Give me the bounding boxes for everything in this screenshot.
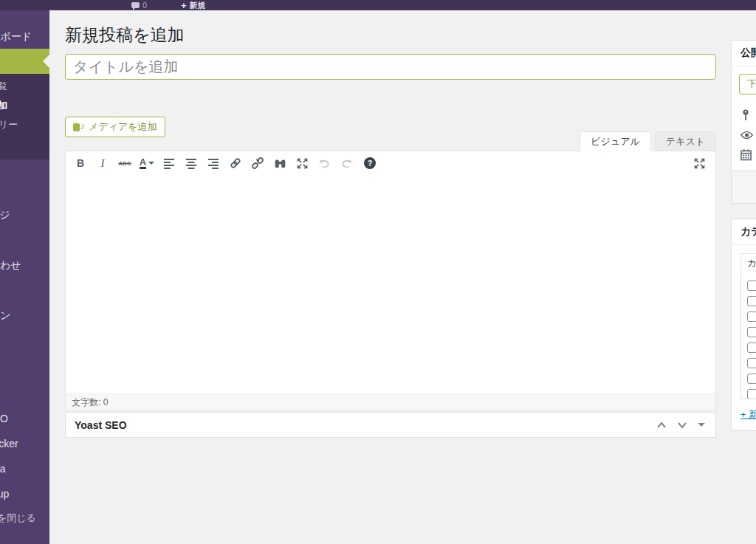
sidebar-item-backwpup[interactable]: BackWPup bbox=[0, 481, 49, 506]
move-up-icon[interactable] bbox=[656, 419, 667, 432]
post-schedule-row: すぐに公開する bbox=[740, 145, 756, 165]
fullscreen-button[interactable] bbox=[689, 154, 709, 173]
sidebar-item-plugins[interactable]: プラグイン bbox=[0, 303, 49, 328]
align-center-button[interactable] bbox=[181, 154, 202, 173]
add-category-link[interactable]: + 新規カテゴリーを追加 bbox=[740, 408, 756, 421]
category-checklist bbox=[740, 272, 756, 399]
sidebar-item-contact[interactable]: お問い合わせ bbox=[0, 252, 49, 278]
admin-sidebar: ダッシュボード 投稿 投稿一覧 新規追加 カテゴリー タグ メディア 固定ページ… bbox=[0, 10, 49, 544]
collapse-menu-button[interactable]: メニューを閉じる bbox=[0, 506, 49, 531]
publish-header[interactable]: 公開 bbox=[732, 41, 756, 66]
main-content: 新規投稿を追加 ♪ メディアを追加 ビジュアル テキスト B I ABC A bbox=[49, 10, 756, 544]
sidebar-item-dashboard[interactable]: ダッシュボード bbox=[0, 24, 49, 49]
tab-visual[interactable]: ビジュアル bbox=[580, 131, 651, 151]
post-title-input[interactable] bbox=[65, 54, 716, 80]
expand-icon bbox=[296, 157, 309, 170]
add-media-label: メディアを追加 bbox=[89, 120, 157, 134]
add-media-button[interactable]: ♪ メディアを追加 bbox=[65, 117, 165, 137]
submenu-item-tags[interactable]: タグ bbox=[0, 134, 49, 154]
chevron-down-icon bbox=[148, 162, 154, 168]
align-left-icon bbox=[163, 157, 175, 169]
category-checkbox[interactable] bbox=[747, 296, 756, 306]
publish-footer bbox=[732, 171, 756, 203]
calendar-icon bbox=[740, 149, 752, 161]
sidebar-item-users[interactable]: ユーザー bbox=[0, 328, 49, 353]
submenu-item-add-new[interactable]: 新規追加 bbox=[0, 96, 49, 115]
sidebar-item-settings[interactable]: 設定 bbox=[0, 378, 49, 403]
unlink-button[interactable] bbox=[247, 154, 268, 173]
unlink-icon bbox=[251, 156, 264, 170]
link-icon bbox=[229, 156, 242, 170]
sidebar-item-pages[interactable]: 固定ページ bbox=[0, 202, 49, 227]
sidebar-item-tools[interactable]: ツール bbox=[0, 353, 49, 378]
help-button[interactable]: ? bbox=[360, 154, 380, 173]
move-down-icon[interactable] bbox=[677, 419, 687, 432]
category-checkbox[interactable] bbox=[747, 373, 756, 384]
align-left-button[interactable] bbox=[159, 154, 179, 173]
submenu-item-all-posts[interactable]: 投稿一覧 bbox=[0, 77, 49, 96]
sidebar-item-comments[interactable]: コメント bbox=[0, 227, 49, 252]
link-button[interactable] bbox=[225, 154, 246, 173]
comment-bubble-icon bbox=[131, 2, 140, 8]
category-checkbox[interactable] bbox=[747, 389, 756, 399]
align-center-icon bbox=[185, 157, 197, 169]
category-checkbox[interactable] bbox=[747, 342, 756, 353]
plus-icon: + bbox=[181, 0, 187, 11]
posts-submenu: 投稿一覧 新規追加 カテゴリー タグ bbox=[0, 74, 49, 159]
category-checkbox[interactable] bbox=[747, 327, 756, 337]
category-row bbox=[741, 278, 756, 293]
sidebar-item-recaptcha[interactable]: reCaptcha bbox=[0, 456, 49, 481]
category-row bbox=[741, 355, 756, 371]
post-visibility-row: 公開状態: 公開 bbox=[740, 125, 756, 145]
yoast-seo-title: Yoast SEO bbox=[66, 419, 656, 431]
search-replace-button[interactable] bbox=[269, 154, 290, 173]
adminbar-comments[interactable]: 0 bbox=[131, 0, 147, 10]
undo-button[interactable] bbox=[314, 154, 334, 173]
align-right-button[interactable] bbox=[203, 154, 224, 173]
distraction-free-button[interactable] bbox=[292, 154, 312, 173]
align-right-icon bbox=[207, 157, 219, 169]
media-icon: ♪ bbox=[73, 123, 84, 132]
italic-button[interactable]: I bbox=[92, 154, 113, 173]
text-color-button[interactable]: A bbox=[137, 154, 157, 173]
help-icon: ? bbox=[364, 157, 376, 169]
pin-status-icon bbox=[740, 109, 752, 122]
post-status-row: ステータス: 下書き bbox=[740, 105, 756, 125]
tab-text[interactable]: テキスト bbox=[655, 131, 716, 151]
undo-icon bbox=[318, 157, 331, 170]
redo-button[interactable] bbox=[336, 154, 357, 173]
save-draft-button[interactable]: 下書き保存 bbox=[739, 74, 756, 94]
strikethrough-button[interactable]: ABC bbox=[114, 154, 135, 173]
adminbar-new[interactable]: + 新規 bbox=[181, 0, 206, 10]
category-header[interactable]: カテゴリー bbox=[732, 219, 756, 245]
category-row bbox=[741, 340, 756, 355]
category-metabox: カテゴリー カテゴリー一覧 + 新規カテゴリーを追加 bbox=[731, 218, 756, 431]
category-checkbox[interactable] bbox=[747, 280, 756, 291]
category-row bbox=[741, 324, 756, 340]
sidebar-item-appearance[interactable]: 外観 bbox=[0, 278, 49, 303]
category-row bbox=[741, 371, 756, 386]
editor-statusbar: 文字数: 0 bbox=[66, 393, 715, 410]
editor-content[interactable] bbox=[66, 175, 715, 393]
word-count: 文字数: 0 bbox=[72, 396, 108, 409]
sidebar-item-posts[interactable]: 投稿 bbox=[0, 49, 49, 74]
page-title: 新規投稿を追加 bbox=[65, 24, 185, 47]
expand-icon bbox=[693, 157, 706, 170]
toggle-panel-icon[interactable] bbox=[698, 423, 705, 430]
sidebar-item-media[interactable]: メディア bbox=[0, 177, 49, 202]
publish-metabox: 公開 下書き保存 ステータス: 下書き 公開状態: 公開 すぐに公開する bbox=[731, 40, 756, 204]
category-row bbox=[741, 386, 756, 399]
category-checkbox[interactable] bbox=[747, 358, 756, 368]
eye-icon bbox=[740, 131, 753, 140]
editor-frame: B I ABC A bbox=[65, 151, 716, 411]
yoast-seo-metabox: Yoast SEO bbox=[65, 412, 716, 438]
sidebar-item-yoast-seo[interactable]: Yoast SEO bbox=[0, 406, 49, 431]
category-row bbox=[741, 309, 756, 324]
category-checkbox[interactable] bbox=[747, 311, 756, 322]
sidebar-item-link-checker[interactable]: Link Checker bbox=[0, 431, 49, 456]
bold-button[interactable]: B bbox=[70, 154, 91, 173]
post-editor-area: ♪ メディアを追加 ビジュアル テキスト B I ABC A bbox=[65, 114, 716, 411]
editor-toolbar: B I ABC A bbox=[66, 151, 715, 175]
tab-all-categories[interactable]: カテゴリー一覧 bbox=[740, 253, 756, 273]
submenu-item-categories[interactable]: カテゴリー bbox=[0, 115, 49, 134]
